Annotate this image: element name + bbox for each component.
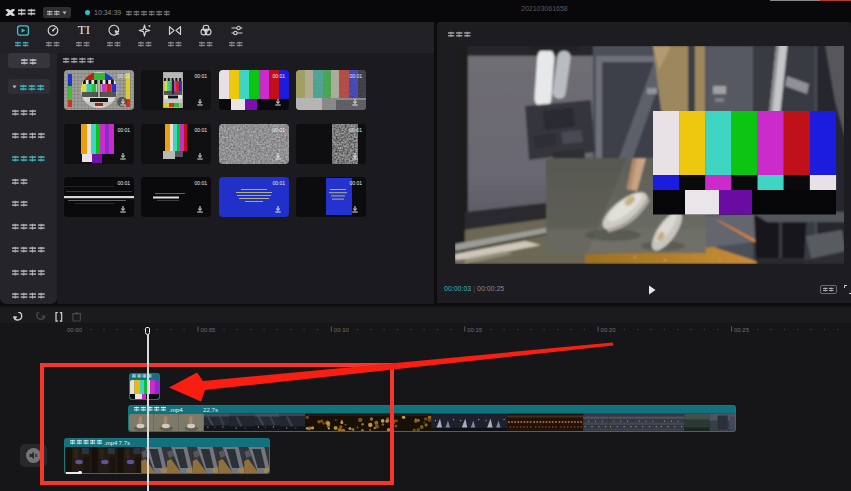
svg-text:00:01: 00:01: [117, 180, 130, 186]
svg-text:00:01: 00:01: [349, 126, 362, 132]
svg-text:00:01: 00:01: [272, 180, 285, 186]
svg-text:00:25: 00:25: [734, 327, 750, 333]
svg-text:00:01: 00:01: [272, 126, 285, 132]
svg-text:00:01: 00:01: [272, 73, 285, 79]
svg-text:00:01: 00:01: [349, 180, 362, 186]
svg-text:00:01: 00:01: [117, 126, 130, 132]
svg-text:00:01: 00:01: [349, 73, 362, 79]
svg-text:00:15: 00:15: [467, 327, 483, 333]
svg-text:00:10: 00:10: [334, 327, 350, 333]
svg-text:00:01: 00:01: [194, 73, 207, 79]
svg-text:00:01: 00:01: [194, 126, 207, 132]
svg-text:00:01: 00:01: [117, 73, 130, 79]
svg-text:00:01: 00:01: [194, 180, 207, 186]
svg-text:00:20: 00:20: [601, 327, 617, 333]
svg-text:00:00: 00:00: [67, 327, 83, 333]
svg-text:00:05: 00:05: [200, 327, 216, 333]
